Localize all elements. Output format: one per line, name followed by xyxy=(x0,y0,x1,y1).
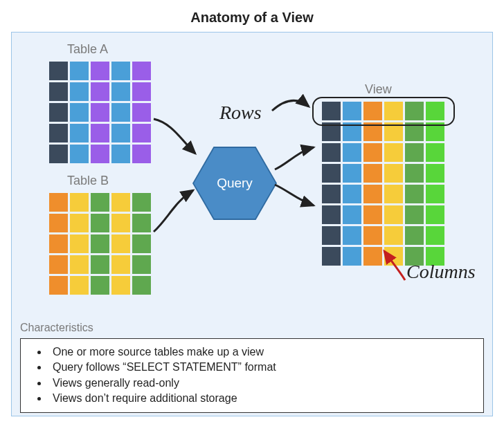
grid-cell xyxy=(91,82,109,101)
view-label: View xyxy=(365,82,392,97)
grid-cell xyxy=(49,82,68,101)
rows-script-label: Rows xyxy=(219,102,262,124)
grid-cell xyxy=(343,247,361,266)
grid-cell xyxy=(91,193,109,212)
table-a-grid xyxy=(49,62,151,163)
grid-cell xyxy=(70,145,89,163)
grid-cell xyxy=(384,205,403,224)
arrow-columns-red xyxy=(379,247,420,288)
grid-cell xyxy=(384,143,403,162)
grid-cell xyxy=(91,62,109,80)
grid-cell xyxy=(132,62,151,80)
grid-cell xyxy=(343,185,361,203)
grid-cell xyxy=(111,82,130,101)
grid-cell xyxy=(70,193,89,212)
grid-cell xyxy=(70,276,89,295)
grid-cell xyxy=(49,145,68,163)
diagram-canvas: Table A Table B View Query Rows Columns xyxy=(11,32,493,416)
characteristics-box: One or more source tables make up a view… xyxy=(20,338,484,413)
grid-cell xyxy=(426,226,444,245)
arrow-query-to-view-upper xyxy=(273,143,322,178)
grid-cell xyxy=(322,226,341,245)
table-b-grid xyxy=(49,193,151,295)
characteristic-item: Views generally read-only xyxy=(48,376,475,391)
grid-cell xyxy=(49,214,68,232)
grid-cell xyxy=(384,164,403,183)
view-grid xyxy=(322,102,444,266)
grid-cell xyxy=(322,185,341,203)
grid-cell xyxy=(322,164,341,183)
grid-cell xyxy=(363,226,382,245)
grid-cell xyxy=(70,234,89,253)
arrow-table-a-to-query xyxy=(150,116,206,164)
grid-cell xyxy=(132,193,151,212)
grid-cell xyxy=(111,276,130,295)
grid-cell xyxy=(49,124,68,142)
grid-cell xyxy=(426,205,444,224)
grid-cell xyxy=(111,255,130,274)
grid-cell xyxy=(343,226,361,245)
table-b-label: Table B xyxy=(67,174,109,188)
grid-cell xyxy=(49,62,68,80)
grid-cell xyxy=(405,226,424,245)
grid-cell xyxy=(132,145,151,163)
query-label: Query xyxy=(217,176,253,191)
grid-cell xyxy=(49,255,68,274)
grid-cell xyxy=(405,205,424,224)
rows-highlight-ring xyxy=(312,97,455,126)
grid-cell xyxy=(111,193,130,212)
grid-cell xyxy=(405,185,424,203)
grid-cell xyxy=(343,205,361,224)
grid-cell xyxy=(343,143,361,162)
grid-cell xyxy=(111,214,130,232)
grid-cell xyxy=(405,143,424,162)
grid-cell xyxy=(111,124,130,142)
grid-cell xyxy=(91,145,109,163)
grid-cell xyxy=(70,82,89,101)
grid-cell xyxy=(49,103,68,122)
grid-cell xyxy=(91,234,109,253)
table-a-label: Table A xyxy=(67,42,108,57)
grid-cell xyxy=(70,103,89,122)
grid-cell xyxy=(91,103,109,122)
grid-cell xyxy=(322,205,341,224)
grid-cell xyxy=(132,82,151,101)
grid-cell xyxy=(91,124,109,142)
grid-cell xyxy=(49,276,68,295)
grid-cell xyxy=(91,255,109,274)
characteristics-heading: Characteristics xyxy=(20,322,93,334)
grid-cell xyxy=(132,103,151,122)
grid-cell xyxy=(111,145,130,163)
grid-cell xyxy=(322,143,341,162)
grid-cell xyxy=(426,185,444,203)
grid-cell xyxy=(132,124,151,142)
grid-cell xyxy=(426,143,444,162)
characteristic-item: Query follows “SELECT STATEMENT” format xyxy=(48,360,475,375)
grid-cell xyxy=(70,214,89,232)
grid-cell xyxy=(111,234,130,253)
grid-cell xyxy=(363,205,382,224)
grid-cell xyxy=(322,247,341,266)
arrow-table-b-to-query xyxy=(150,185,206,240)
grid-cell xyxy=(49,234,68,253)
grid-cell xyxy=(363,143,382,162)
arrow-query-to-view-lower xyxy=(273,178,322,212)
grid-cell xyxy=(111,62,130,80)
grid-cell xyxy=(343,164,361,183)
grid-cell xyxy=(363,185,382,203)
characteristic-item: Views don’t require additional storage xyxy=(48,391,475,406)
grid-cell xyxy=(91,276,109,295)
grid-cell xyxy=(384,185,403,203)
grid-cell xyxy=(132,276,151,295)
grid-cell xyxy=(384,226,403,245)
grid-cell xyxy=(91,214,109,232)
grid-cell xyxy=(132,214,151,232)
grid-cell xyxy=(70,124,89,142)
arrow-rows-to-ring xyxy=(271,91,319,126)
grid-cell xyxy=(70,62,89,80)
grid-cell xyxy=(405,164,424,183)
grid-cell xyxy=(111,103,130,122)
grid-cell xyxy=(363,164,382,183)
grid-cell xyxy=(132,255,151,274)
query-hexagon: Query xyxy=(194,148,276,219)
